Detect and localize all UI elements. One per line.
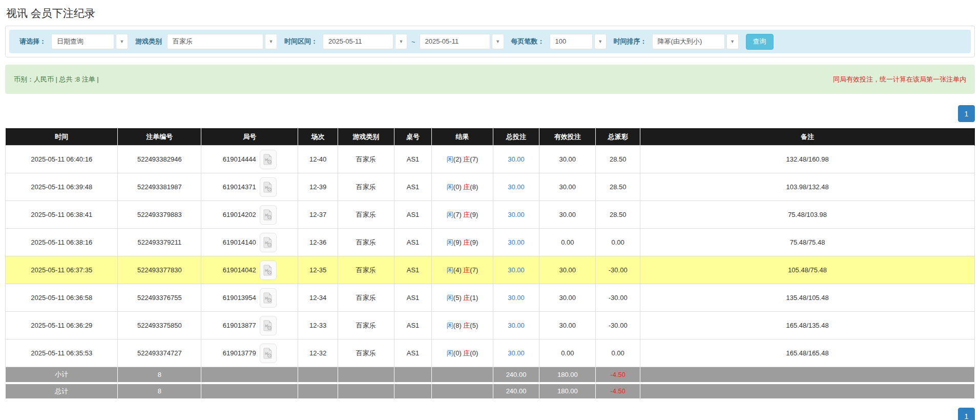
total-bet-link[interactable]: 30.00 <box>508 155 525 163</box>
banker-result-label: 庄 <box>463 238 470 246</box>
range-separator: ~ <box>411 38 415 46</box>
query-type-label: 请选择： <box>19 37 46 46</box>
sort-value[interactable]: 降幂(由大到小) <box>652 34 725 49</box>
chevron-down-icon[interactable]: ▼ <box>265 34 277 49</box>
round-id-cell: 619013954 <box>201 284 298 312</box>
date-from-picker[interactable]: 2025-05-11 ▼ <box>323 34 407 49</box>
query-type-value[interactable]: 日期查询 <box>51 34 114 49</box>
player-score: (0) <box>453 349 464 357</box>
game-type-cell: 百家乐 <box>338 201 394 229</box>
remark-cell: 103.98/132.48 <box>640 173 975 201</box>
footer-empty-cell <box>298 367 338 383</box>
footer-empty-cell <box>394 383 432 399</box>
page-1-button[interactable]: 1 <box>958 408 975 420</box>
total-bet-cell: 30.00 <box>493 146 539 173</box>
total-bet-link[interactable]: 30.00 <box>508 211 525 218</box>
round-id: 619014042 <box>223 266 256 274</box>
total-bet-link[interactable]: 30.00 <box>508 294 525 302</box>
total-bet-link[interactable]: 30.00 <box>508 266 525 274</box>
video-replay-button[interactable] <box>260 288 277 308</box>
bet-id-cell: 522493382946 <box>118 146 201 173</box>
page-size-value[interactable]: 100 <box>550 34 593 49</box>
column-header: 桌号 <box>394 129 432 146</box>
footer-label-cell: 总计 <box>6 383 118 399</box>
player-result-label: 闲 <box>447 155 453 163</box>
video-replay-button[interactable] <box>260 233 277 252</box>
game-type-value[interactable]: 百家乐 <box>167 34 263 49</box>
page-1-button[interactable]: 1 <box>958 105 975 122</box>
game-type-select[interactable]: 百家乐 ▼ <box>167 34 277 49</box>
player-result-label: 闲 <box>447 238 453 246</box>
valid-bet-cell: 30.00 <box>539 312 596 339</box>
time-cell: 2025-05-11 06:36:58 <box>6 284 118 312</box>
query-type-select[interactable]: 日期查询 ▼ <box>51 34 128 49</box>
footer-remark-cell <box>640 367 975 383</box>
filter-bar: 请选择： 日期查询 ▼ 游戏类别 百家乐 ▼ 时间区间： 2025-05-11 … <box>9 30 971 53</box>
result-cell: 闲(5) 庄(1) <box>432 284 493 312</box>
chevron-down-icon[interactable]: ▼ <box>395 34 407 49</box>
valid-bet-cell: 30.00 <box>539 201 596 229</box>
page-size-select[interactable]: 100 ▼ <box>550 34 607 49</box>
total-bet-link[interactable]: 30.00 <box>508 349 525 357</box>
search-button[interactable]: 查询 <box>746 34 774 50</box>
table-no-cell: AS1 <box>394 284 432 312</box>
session-cell: 12-37 <box>298 201 338 229</box>
footer-empty-cell <box>201 367 298 383</box>
page-title: 视讯 会员下注纪录 <box>6 6 975 21</box>
result-cell: 闲(9) 庄(9) <box>432 229 493 256</box>
table-row: 2025-05-11 06:36:58522493376755619013954… <box>6 284 975 312</box>
footer-empty-cell <box>338 383 394 399</box>
total-bet-link[interactable]: 30.00 <box>508 238 525 246</box>
video-file-icon <box>263 154 273 165</box>
bet-id-cell: 522493376755 <box>118 284 201 312</box>
player-score: (4) <box>453 266 464 274</box>
session-cell: 12-34 <box>298 284 338 312</box>
video-file-icon <box>263 182 273 193</box>
video-replay-button[interactable] <box>260 316 277 335</box>
video-replay-button[interactable] <box>260 344 277 363</box>
player-result-label: 闲 <box>447 322 453 329</box>
chevron-down-icon[interactable]: ▼ <box>492 34 504 49</box>
sort-select[interactable]: 降幂(由大到小) ▼ <box>652 34 739 49</box>
payout-cell: 28.50 <box>596 173 640 201</box>
banker-score: (9) <box>470 211 478 218</box>
date-to-picker[interactable]: 2025-05-11 ▼ <box>420 34 504 49</box>
chevron-down-icon[interactable]: ▼ <box>594 34 607 49</box>
round-id: 619013779 <box>223 349 256 357</box>
time-range-label: 时间区间： <box>284 37 318 46</box>
chevron-down-icon[interactable]: ▼ <box>116 34 128 49</box>
video-replay-button[interactable] <box>260 205 277 225</box>
video-replay-button[interactable] <box>260 150 277 169</box>
remark-cell: 132.48/160.98 <box>640 146 975 173</box>
banker-result-label: 庄 <box>463 155 470 163</box>
game-type-cell: 百家乐 <box>338 229 394 256</box>
result-cell: 闲(0) 庄(8) <box>432 173 493 201</box>
player-score: (0) <box>453 183 464 191</box>
banker-result-label: 庄 <box>463 349 470 357</box>
result-cell: 闲(0) 庄(0) <box>432 339 493 367</box>
subtotal-row: 小计8240.00180.00-4.50 <box>6 367 975 383</box>
total-bet-cell: 30.00 <box>493 284 539 312</box>
banker-score: (0) <box>470 349 478 357</box>
footer-empty-cell <box>201 383 298 399</box>
table-row: 2025-05-11 06:39:48522493381987619014371… <box>6 173 975 201</box>
chevron-down-icon[interactable]: ▼ <box>726 34 739 49</box>
bet-id-cell: 522493379883 <box>118 201 201 229</box>
total-bet-cell: 30.00 <box>493 312 539 339</box>
time-cell: 2025-05-11 06:36:29 <box>6 312 118 339</box>
game-type-cell: 百家乐 <box>338 146 394 173</box>
banker-result-label: 庄 <box>463 211 470 218</box>
date-from-value[interactable]: 2025-05-11 <box>323 34 393 49</box>
video-replay-button[interactable] <box>260 261 277 280</box>
filter-panel: 请选择： 日期查询 ▼ 游戏类别 百家乐 ▼ 时间区间： 2025-05-11 … <box>5 26 975 57</box>
remark-cell: 165.48/135.48 <box>640 312 975 339</box>
video-replay-button[interactable] <box>260 177 277 197</box>
footer-count-cell: 8 <box>118 383 201 399</box>
game-type-cell: 百家乐 <box>338 339 394 367</box>
total-bet-link[interactable]: 30.00 <box>508 322 525 329</box>
date-to-value[interactable]: 2025-05-11 <box>420 34 490 49</box>
total-bet-link[interactable]: 30.00 <box>508 183 525 191</box>
column-header: 结果 <box>432 129 493 146</box>
column-header: 有效投注 <box>539 129 596 146</box>
banker-score: (7) <box>470 155 478 163</box>
